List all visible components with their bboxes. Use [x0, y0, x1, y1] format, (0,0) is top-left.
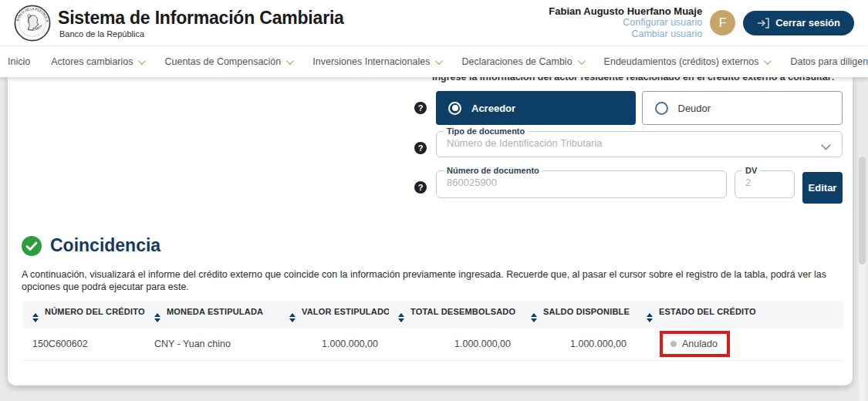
- radio-unselected-icon: [655, 102, 668, 115]
- cell-estado-credito: Anulado: [637, 328, 843, 360]
- sort-icon[interactable]: [289, 313, 296, 323]
- column-header-saldo-disponible[interactable]: SALDO DISPONIBLE: [522, 302, 637, 328]
- column-header-estado-credito[interactable]: ESTADO DEL CRÉDITO: [637, 302, 843, 328]
- chevron-down-icon: [764, 57, 772, 65]
- scrollbar-thumb[interactable]: [859, 157, 866, 265]
- content-area: Ingrese la información del actor residen…: [0, 77, 868, 401]
- numero-documento-input[interactable]: [437, 175, 683, 188]
- cell-moneda-estipulada: CNY - Yuan chino: [145, 328, 280, 360]
- cell-numero-credito: 150C600602: [23, 328, 145, 360]
- table-header-row: NÚMERO DEL CRÉDITO MONEDA ESTIPULADA VAL…: [23, 302, 843, 328]
- user-block: Fabian Augusto Huerfano Muaje Configurar…: [549, 5, 702, 40]
- dv-field[interactable]: DV: [735, 166, 795, 198]
- logout-button[interactable]: Cerrar sesión: [743, 11, 854, 35]
- acreedor-radio-button[interactable]: Acreedor: [436, 91, 636, 125]
- chevron-down-icon: [435, 57, 443, 65]
- column-header-moneda-estipulada[interactable]: MONEDA ESTIPULADA: [145, 302, 280, 328]
- banco-republica-logo-icon: BANCO DE LA REPÚBLICA · COLOMBIA ·: [14, 5, 51, 42]
- avatar[interactable]: F: [710, 10, 735, 35]
- app-subtitle: Banco de la República: [59, 29, 344, 39]
- deudor-radio-button[interactable]: Deudor: [642, 91, 843, 125]
- help-icon[interactable]: ?: [414, 142, 427, 154]
- result-heading: Coincidencia: [22, 235, 160, 256]
- result-title: Coincidencia: [50, 235, 160, 256]
- tipo-documento-select[interactable]: Tipo de documento Número de Identificaci…: [436, 126, 843, 157]
- form-intro-text: Ingrese la información del actor residen…: [432, 77, 835, 83]
- brand-block: Sistema de Información Cambiaria Banco d…: [58, 8, 344, 39]
- status-badge: Anulado: [682, 339, 718, 349]
- column-header-total-desembolsado[interactable]: TOTAL DESEMBOLSADO: [389, 302, 522, 328]
- configure-user-link[interactable]: Configurar usuario: [549, 17, 702, 29]
- result-description: A continuación, visualizará el informe d…: [22, 268, 841, 293]
- help-icon[interactable]: ?: [414, 102, 427, 114]
- chevron-down-icon: [138, 57, 146, 65]
- table-row[interactable]: 150C600602 CNY - Yuan chino 1.000.000,00…: [23, 328, 843, 360]
- sort-icon[interactable]: [647, 313, 653, 323]
- nav-item-inversiones-internacionales[interactable]: Inversiones Internacionales: [312, 56, 441, 67]
- sort-icon[interactable]: [531, 313, 537, 323]
- dv-label: DV: [742, 166, 760, 175]
- status-highlight-annotation: Anulado: [660, 331, 730, 357]
- sort-icon[interactable]: [154, 313, 160, 323]
- sort-icon[interactable]: [398, 313, 404, 323]
- nav-item-datos-diligenciar-formas[interactable]: Datos para diligenciar formas: [790, 56, 868, 67]
- tipo-documento-label: Tipo de documento: [444, 126, 528, 136]
- dv-input[interactable]: [735, 175, 785, 188]
- column-header-valor-estipulado[interactable]: VALOR ESTIPULADO: [280, 302, 389, 328]
- logout-label: Cerrar sesión: [775, 17, 840, 29]
- nav-item-endeudamientos-externos[interactable]: Endeudamientos (créditos) externos: [604, 56, 770, 67]
- results-table: NÚMERO DEL CRÉDITO MONEDA ESTIPULADA VAL…: [23, 302, 843, 361]
- nav-item-cuentas-compensacion[interactable]: Cuentas de Compensación: [164, 56, 292, 67]
- tipo-documento-value: Número de Identificación Tributaria: [437, 136, 781, 149]
- app-header: BANCO DE LA REPÚBLICA · COLOMBIA · Siste…: [0, 0, 868, 46]
- column-header-numero-credito[interactable]: NÚMERO DEL CRÉDITO: [23, 302, 145, 328]
- actor-toggle-group: Acreedor Deudor: [436, 91, 843, 125]
- sort-icon[interactable]: [32, 313, 39, 323]
- cell-valor-estipulado: 1.000.000,00: [280, 328, 389, 360]
- cell-total-desembolsado: 1.000.000,00: [389, 328, 522, 360]
- cell-saldo-disponible: 1.000.000,00: [522, 328, 637, 360]
- chevron-down-icon: [286, 57, 294, 65]
- help-icon[interactable]: ?: [414, 181, 427, 194]
- main-card: Ingrese la información del actor residen…: [8, 77, 853, 386]
- edit-button[interactable]: Editar: [802, 172, 843, 204]
- status-dot-icon: [670, 341, 677, 347]
- logout-icon: [757, 18, 769, 29]
- numero-documento-label: Número de documento: [444, 166, 542, 175]
- nav-item-declaraciones-cambio[interactable]: Declaraciones de Cambio: [461, 56, 583, 67]
- radio-selected-icon: [448, 102, 461, 115]
- main-nav: Inicio Actores cambiarios Cuentas de Com…: [0, 46, 868, 77]
- app-title: Sistema de Información Cambiaria: [58, 8, 344, 28]
- chevron-down-icon: [578, 57, 586, 65]
- scrollbar-track[interactable]: [859, 156, 866, 401]
- numero-documento-field[interactable]: Número de documento: [436, 166, 727, 198]
- user-name: Fabian Augusto Huerfano Muaje: [549, 5, 702, 17]
- nav-item-actores-cambiarios[interactable]: Actores cambiarios: [51, 56, 144, 67]
- check-circle-icon: [22, 236, 42, 256]
- nav-item-inicio[interactable]: Inicio: [8, 56, 30, 67]
- chevron-down-icon: [821, 140, 831, 150]
- switch-user-link[interactable]: Cambiar usuario: [549, 29, 702, 40]
